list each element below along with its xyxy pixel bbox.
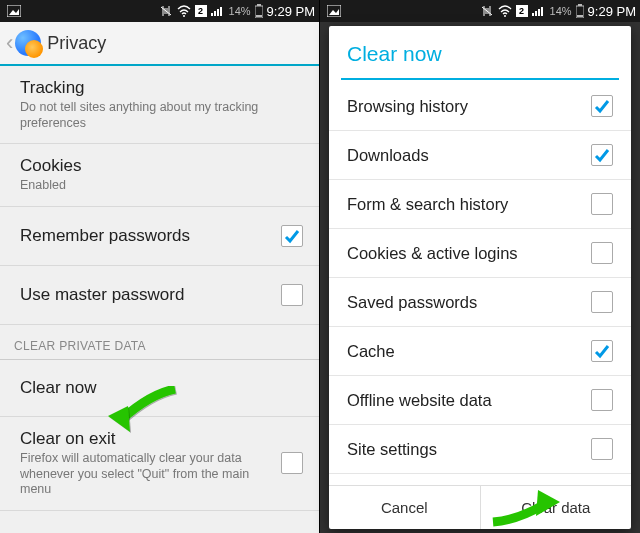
- dialog-option-checkbox[interactable]: [591, 144, 613, 166]
- screen-privacy-settings: 2 14% 9:29 PM ‹ Privacy Tracking Do not …: [0, 0, 320, 533]
- dialog-option-checkbox[interactable]: [591, 95, 613, 117]
- vibrate-icon: [480, 5, 494, 17]
- dialog-options-list: Browsing historyDownloadsForm & search h…: [329, 82, 631, 485]
- sim-badge: 2: [516, 5, 528, 17]
- dialog-option-label: Cookies & active logins: [347, 244, 591, 263]
- setting-title: Clear now: [20, 378, 303, 398]
- setting-clear-now[interactable]: Clear now: [0, 360, 319, 417]
- svg-rect-14: [532, 13, 534, 16]
- setting-tracking[interactable]: Tracking Do not tell sites anything abou…: [0, 66, 319, 144]
- dialog-clear-now: Clear now Browsing historyDownloadsForm …: [329, 26, 631, 529]
- setting-title: Remember passwords: [20, 226, 281, 246]
- firefox-logo-icon: [15, 30, 41, 56]
- setting-clear-on-exit[interactable]: Clear on exit Firefox will automatically…: [0, 417, 319, 511]
- dialog-option-row[interactable]: Cookies & active logins: [329, 229, 631, 278]
- battery-icon: [255, 4, 263, 18]
- dialog-option-checkbox[interactable]: [591, 340, 613, 362]
- settings-list: Tracking Do not tell sites anything abou…: [0, 66, 319, 533]
- sim-badge: 2: [195, 5, 207, 17]
- svg-point-13: [504, 15, 506, 17]
- back-chevron-icon[interactable]: ‹: [6, 30, 13, 56]
- svg-rect-6: [220, 7, 222, 16]
- dialog-option-label: Site settings: [347, 440, 591, 459]
- checkbox-clear-on-exit[interactable]: [281, 452, 303, 474]
- svg-marker-12: [329, 9, 339, 15]
- dialog-option-row[interactable]: Saved passwords: [329, 278, 631, 327]
- svg-rect-20: [577, 15, 583, 17]
- battery-percent: 14%: [229, 5, 251, 17]
- dialog-option-row[interactable]: Site settings: [329, 425, 631, 474]
- svg-rect-3: [211, 13, 213, 16]
- dialog-option-row[interactable]: Form & search history: [329, 180, 631, 229]
- checkbox-master-password[interactable]: [281, 284, 303, 306]
- dialog-option-row[interactable]: Cache: [329, 327, 631, 376]
- setting-title: Tracking: [20, 78, 303, 98]
- checkbox-remember-passwords[interactable]: [281, 225, 303, 247]
- status-clock: 9:29 PM: [588, 4, 636, 19]
- dialog-option-row[interactable]: Browsing history: [329, 82, 631, 131]
- status-bar: 2 14% 9:29 PM: [320, 0, 640, 22]
- setting-subtitle: Enabled: [20, 178, 303, 194]
- image-icon: [324, 5, 344, 17]
- setting-title: Clear on exit: [20, 429, 281, 449]
- dialog-title: Clear now: [329, 26, 631, 78]
- svg-rect-9: [256, 15, 262, 17]
- svg-rect-15: [535, 11, 537, 16]
- signal-icon: [532, 5, 546, 17]
- svg-rect-16: [538, 9, 540, 16]
- clear-data-button[interactable]: Clear data: [481, 486, 632, 529]
- status-bar: 2 14% 9:29 PM: [0, 0, 319, 22]
- dialog-option-row[interactable]: Downloads: [329, 131, 631, 180]
- dialog-option-label: Browsing history: [347, 97, 591, 116]
- battery-icon: [576, 4, 584, 18]
- dialog-option-checkbox[interactable]: [591, 438, 613, 460]
- setting-subtitle: Do not tell sites anything about my trac…: [20, 100, 303, 131]
- dialog-option-label: Saved passwords: [347, 293, 591, 312]
- svg-rect-4: [214, 11, 216, 16]
- battery-percent: 14%: [550, 5, 572, 17]
- image-icon: [4, 5, 24, 17]
- setting-subtitle: Firefox will automatically clear your da…: [20, 451, 281, 498]
- svg-point-2: [183, 15, 185, 17]
- signal-icon: [211, 5, 225, 17]
- svg-marker-1: [9, 9, 19, 15]
- dialog-option-label: Cache: [347, 342, 591, 361]
- setting-master-password[interactable]: Use master password: [0, 266, 319, 325]
- dialog-option-checkbox[interactable]: [591, 291, 613, 313]
- dialog-option-label: Downloads: [347, 146, 591, 165]
- dialog-option-checkbox[interactable]: [591, 193, 613, 215]
- wifi-icon: [498, 5, 512, 17]
- dialog-option-checkbox[interactable]: [591, 242, 613, 264]
- dialog-option-label: Offline website data: [347, 391, 591, 410]
- setting-cookies[interactable]: Cookies Enabled: [0, 144, 319, 207]
- action-bar: ‹ Privacy: [0, 22, 319, 66]
- setting-remember-passwords[interactable]: Remember passwords: [0, 207, 319, 266]
- wifi-icon: [177, 5, 191, 17]
- dialog-option-row[interactable]: Offline website data: [329, 376, 631, 425]
- status-clock: 9:29 PM: [267, 4, 315, 19]
- cancel-button[interactable]: Cancel: [329, 486, 481, 529]
- svg-rect-5: [217, 9, 219, 16]
- section-header-clear-private-data: CLEAR PRIVATE DATA: [0, 325, 319, 360]
- setting-title: Cookies: [20, 156, 303, 176]
- dialog-button-bar: Cancel Clear data: [329, 485, 631, 529]
- dialog-divider: [341, 78, 619, 80]
- svg-rect-17: [541, 7, 543, 16]
- actionbar-title: Privacy: [47, 33, 106, 54]
- dialog-option-label: Form & search history: [347, 195, 591, 214]
- screen-clear-now-dialog: 2 14% 9:29 PM Clear now Browsing history…: [320, 0, 640, 533]
- vibrate-icon: [159, 5, 173, 17]
- setting-title: Use master password: [20, 285, 281, 305]
- dialog-option-checkbox[interactable]: [591, 389, 613, 411]
